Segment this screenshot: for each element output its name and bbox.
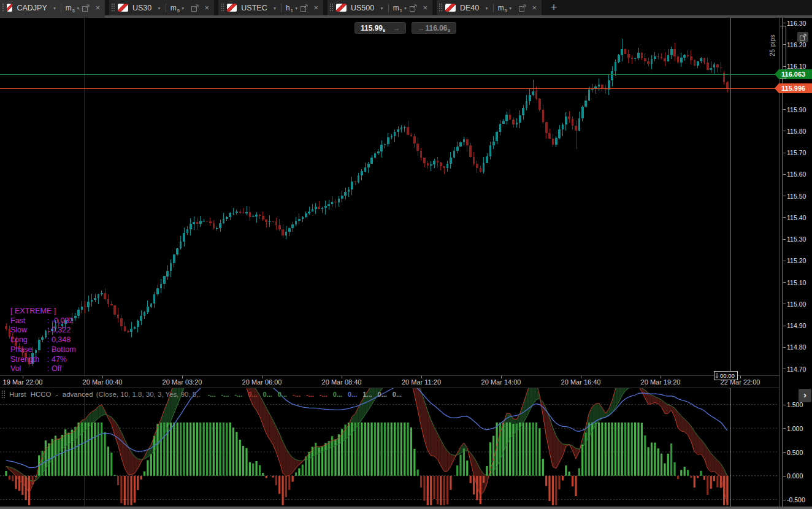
price-tick-label: 114.80 xyxy=(787,343,806,351)
extreme-row-value: : 47% xyxy=(47,355,67,365)
indicator-value: -... xyxy=(293,391,301,398)
close-icon[interactable]: × xyxy=(532,5,537,11)
indicator-grip-handle[interactable] xyxy=(1,390,6,399)
timeframe-dropdown-icon[interactable]: ▼ xyxy=(181,6,185,10)
close-icon[interactable]: × xyxy=(423,5,427,11)
timeframe-dropdown-icon[interactable]: ▼ xyxy=(404,6,407,10)
price-axis-tick xyxy=(783,369,786,369)
timeframe-selector[interactable]: m5 xyxy=(66,4,75,12)
tab-grip-handle[interactable] xyxy=(439,3,443,12)
price-tick-label: 115.70 xyxy=(787,149,806,156)
indicator-value: 0... xyxy=(348,391,357,398)
candlestick-chart[interactable] xyxy=(0,18,779,375)
price-axis-tick xyxy=(783,347,786,348)
new-chart-tab-button[interactable]: + xyxy=(546,0,562,15)
price-tick-label: 115.10 xyxy=(787,279,806,286)
tab-grip-handle[interactable] xyxy=(329,3,334,12)
popout-icon[interactable] xyxy=(519,4,526,12)
time-axis-label: 19 Mar 22:00 xyxy=(3,378,43,386)
indicator-name[interactable]: Hurst HCCO - advanced xyxy=(9,391,93,398)
popout-icon[interactable] xyxy=(410,4,417,12)
indicator-chart[interactable] xyxy=(0,388,779,507)
timeframe-dropdown-icon[interactable]: ▼ xyxy=(76,6,80,10)
timeframe-selector[interactable]: h1 xyxy=(286,4,293,12)
symbol-dropdown-icon[interactable]: ▼ xyxy=(273,6,277,10)
indicator-value: -... xyxy=(208,391,216,398)
collapse-panel-button[interactable]: › xyxy=(799,389,811,402)
tag-arrow xyxy=(775,69,779,79)
time-axis-label: 20 Mar 19:20 xyxy=(641,378,681,386)
popout-icon[interactable] xyxy=(191,4,199,12)
close-icon[interactable]: × xyxy=(313,5,318,11)
bid-tag-label: 115.996 xyxy=(779,83,812,93)
tab-grip-handle[interactable] xyxy=(111,3,115,12)
price-axis[interactable]: 116.063 115.996 116.30116.20116.10116.00… xyxy=(779,18,812,507)
ask-price-line xyxy=(0,74,779,75)
session-time-badge[interactable]: 00:00 xyxy=(714,371,738,380)
chart-popout-button[interactable] xyxy=(797,32,808,42)
timeframe-number: 5 xyxy=(505,8,507,13)
pips-ruler-bracket xyxy=(780,26,786,79)
price-axis-tick xyxy=(783,23,786,23)
extreme-indicator-panel: [ EXTREME ] Fast: -0,032Slow: 0,322Long:… xyxy=(10,307,76,374)
extreme-row-label: Strength xyxy=(10,355,47,365)
price-axis-tick xyxy=(783,282,786,283)
indicator-panel[interactable]: Hurst HCCO - advanced (Close, 10, 1.8, 3… xyxy=(0,388,779,507)
buy-quote-button[interactable]: → 116.063 xyxy=(412,22,456,34)
main-chart-area[interactable]: 115.996 → → 116.063 [ EXTREME ] Fast: -0… xyxy=(0,18,779,375)
popout-icon[interactable] xyxy=(82,4,90,12)
sell-arrow-icon: → xyxy=(393,25,400,32)
timeframe-number: 5 xyxy=(72,8,75,13)
chart-tab-us500[interactable]: US500▼m1▼× xyxy=(327,0,432,15)
tab-symbol-label: DE40 xyxy=(460,4,479,12)
timeframe-letter: m xyxy=(498,4,504,12)
symbol-dropdown-icon[interactable]: ▼ xyxy=(157,6,161,10)
popout-icon xyxy=(800,34,806,40)
indicator-tick-label: -0.500 xyxy=(787,496,805,503)
ask-price: 116.063 xyxy=(426,24,451,33)
timeframe-selector[interactable]: m5 xyxy=(170,4,180,12)
popout-icon[interactable] xyxy=(301,4,308,12)
tab-symbol-label: US500 xyxy=(351,4,374,12)
symbol-dropdown-icon[interactable]: ▼ xyxy=(485,6,488,10)
tab-separator xyxy=(281,4,282,12)
timeframe-dropdown-icon[interactable]: ▼ xyxy=(294,6,298,10)
timeframe-selector[interactable]: m5 xyxy=(498,4,507,12)
indicator-value: 0... xyxy=(378,391,387,398)
chart-tab-ustec[interactable]: USTEC▼h1▼× xyxy=(218,0,323,15)
extreme-row-value: : Bottom xyxy=(47,345,76,355)
tab-grip-handle[interactable] xyxy=(2,3,4,12)
sell-quote-button[interactable]: 115.996 → xyxy=(354,22,406,34)
time-axis-label: 20 Mar 00:40 xyxy=(83,378,123,386)
chart-tab-de40[interactable]: DE40▼m5▼× xyxy=(437,0,542,15)
tag-arrow xyxy=(775,83,779,93)
extreme-row: Slow: 0,322 xyxy=(10,326,76,335)
trading-platform-window: CADJPY▼m5▼×US30▼m5▼×USTEC▼h1▼×US500▼m1▼×… xyxy=(0,0,812,509)
horizontal-scrollbar[interactable] xyxy=(0,507,812,509)
indicator-axis-tick xyxy=(783,476,786,476)
symbol-flag-icon xyxy=(445,4,456,12)
symbol-dropdown-icon[interactable]: ▼ xyxy=(53,6,56,10)
chart-tab-cadjpy[interactable]: CADJPY▼m5▼× xyxy=(0,0,105,18)
symbol-flag-icon xyxy=(7,4,13,12)
close-icon[interactable]: × xyxy=(95,5,100,11)
time-axis[interactable]: 19 Mar 22:0020 Mar 00:4020 Mar 03:2020 M… xyxy=(0,375,812,388)
price-tick-label: 114.90 xyxy=(787,322,806,329)
session-gridline xyxy=(84,18,85,507)
symbol-dropdown-icon[interactable]: ▼ xyxy=(380,6,383,10)
tab-grip-handle[interactable] xyxy=(220,3,224,12)
timeframe-selector[interactable]: m1 xyxy=(393,4,402,12)
bid-price: 115.996 xyxy=(361,24,386,33)
close-icon[interactable]: × xyxy=(204,5,209,11)
chart-tab-us30[interactable]: US30▼m5▼× xyxy=(109,0,214,15)
time-axis-label: 20 Mar 14:00 xyxy=(481,378,521,386)
time-axis-label: 20 Mar 11:20 xyxy=(402,378,441,386)
price-axis-tick xyxy=(783,153,786,153)
timeframe-number: 1 xyxy=(291,8,293,13)
price-tick-label: 115.20 xyxy=(787,257,806,264)
current-time-line xyxy=(730,18,730,507)
indicator-value: -... xyxy=(306,391,314,398)
price-axis-tick xyxy=(783,109,786,110)
timeframe-number: 1 xyxy=(400,8,402,13)
timeframe-dropdown-icon[interactable]: ▼ xyxy=(508,6,512,10)
